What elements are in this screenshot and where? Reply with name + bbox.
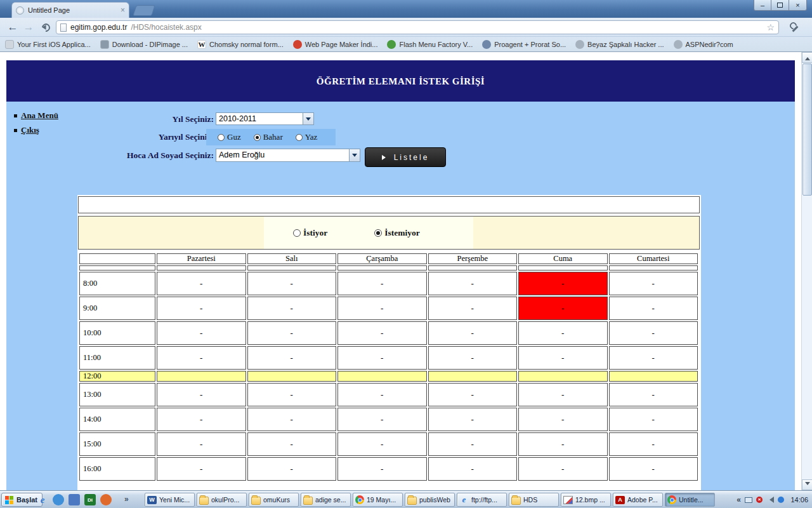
taskbar-window-button[interactable]: okulPro... [197, 493, 247, 507]
bookmark-item[interactable]: Beyaz Şapkalı Hacker ... [575, 40, 664, 49]
schedule-slot[interactable]: - [337, 272, 427, 295]
schedule-slot[interactable]: - [428, 297, 518, 320]
browser-tab[interactable]: Untitled Page × [11, 2, 129, 18]
schedule-slot[interactable] [609, 371, 698, 382]
schedule-slot[interactable]: - [157, 383, 246, 406]
quicklaunch-media-app-icon[interactable] [100, 494, 112, 505]
schedule-slot[interactable]: - [157, 408, 246, 431]
taskbar-window-button[interactable]: WYeni Mic... [145, 493, 195, 507]
tray-alert-icon[interactable]: × [756, 497, 763, 503]
schedule-slot[interactable]: - [337, 297, 427, 320]
schedule-slot[interactable]: - [518, 457, 608, 481]
schedule-slot[interactable]: - [609, 457, 698, 481]
bookmark-item[interactable]: Web Page Maker İndi... [293, 40, 378, 49]
schedule-slot[interactable] [337, 371, 427, 382]
schedule-slot[interactable] [157, 371, 246, 382]
schedule-slot[interactable]: - [609, 432, 698, 456]
schedule-slot[interactable]: - [337, 383, 427, 406]
taskbar-window-button[interactable]: eftp://ftp... [457, 493, 507, 507]
new-tab-button[interactable] [133, 5, 155, 16]
schedule-slot[interactable]: - [609, 321, 698, 345]
schedule-slot[interactable]: - [247, 432, 337, 456]
minimize-button[interactable]: – [754, 0, 771, 11]
schedule-slot[interactable] [518, 371, 608, 382]
year-select[interactable]: 2010-2011 [216, 112, 314, 125]
semester-option[interactable]: Guz [218, 132, 241, 142]
quicklaunch-overflow-icon[interactable]: » [124, 495, 129, 504]
schedule-slot[interactable]: - [247, 457, 337, 481]
schedule-slot[interactable]: - [428, 383, 518, 406]
schedule-slot[interactable]: - [428, 272, 518, 295]
schedule-slot[interactable]: - [337, 432, 427, 456]
bookmark-item[interactable]: Download - DIPimage ... [100, 40, 188, 49]
quicklaunch-globe-icon[interactable] [53, 494, 64, 505]
list-button[interactable]: Listele [365, 147, 446, 167]
schedule-slot[interactable]: - [247, 272, 337, 295]
sidebar-item[interactable]: Çıkış [14, 125, 81, 135]
schedule-slot[interactable]: - [337, 457, 427, 481]
quicklaunch-dipimage-icon[interactable]: Di [84, 494, 96, 505]
tray-display-icon[interactable] [745, 497, 752, 503]
schedule-slot[interactable]: - [609, 297, 698, 320]
schedule-slot[interactable]: - [609, 383, 698, 406]
taskbar-clock[interactable]: 14:06 [790, 491, 808, 508]
bookmark-item[interactable]: ASPNedir?com [674, 40, 733, 49]
bookmark-item[interactable]: WChomsky normal form... [197, 40, 284, 49]
taskbar-window-button[interactable]: HDS [509, 493, 559, 507]
forward-button[interactable]: → [21, 20, 36, 34]
back-button[interactable]: ← [5, 20, 20, 34]
schedule-slot[interactable]: - [157, 457, 246, 481]
taskbar-window-button[interactable]: omuKurs [249, 493, 299, 507]
schedule-slot[interactable]: - [157, 321, 246, 345]
schedule-slot[interactable]: - [428, 408, 518, 431]
schedule-slot[interactable]: - [428, 346, 518, 370]
schedule-slot[interactable]: - [428, 321, 518, 345]
wrench-menu-icon[interactable] [790, 23, 799, 32]
vertical-scrollbar[interactable] [801, 52, 812, 490]
close-button[interactable]: × [789, 0, 807, 11]
taskbar-window-button[interactable]: adige se... [301, 493, 351, 507]
schedule-slot[interactable]: - [157, 432, 246, 456]
schedule-slot[interactable]: - [518, 272, 608, 295]
bookmark-item[interactable]: Your First iOS Applica... [5, 40, 91, 49]
schedule-slot[interactable]: - [518, 346, 608, 370]
bookmark-star-icon[interactable]: ☆ [766, 22, 775, 32]
schedule-slot[interactable]: - [247, 408, 337, 431]
sidebar-item[interactable]: Ana Menü [14, 110, 81, 121]
preference-option[interactable]: İstemiyor [374, 228, 419, 238]
schedule-slot[interactable]: - [157, 272, 246, 295]
semester-option[interactable]: Yaz [296, 132, 318, 142]
taskbar-window-button[interactable]: 12.bmp ... [561, 493, 611, 507]
tab-close-icon[interactable]: × [121, 6, 125, 15]
quicklaunch-internet-explorer-icon[interactable]: e [37, 494, 48, 505]
schedule-slot[interactable]: - [247, 383, 337, 406]
chevron-down-icon[interactable] [303, 113, 313, 124]
schedule-slot[interactable]: - [518, 383, 608, 406]
address-bar[interactable]: egitim.gop.edu.tr /HDS/hocaistek.aspx ☆ [56, 20, 779, 34]
schedule-slot[interactable]: - [247, 346, 337, 370]
schedule-slot[interactable]: - [157, 297, 246, 320]
scroll-down-button[interactable] [802, 479, 812, 490]
reload-button[interactable] [38, 20, 53, 34]
schedule-slot[interactable]: - [518, 432, 608, 456]
preference-option[interactable]: İstiyor [293, 228, 327, 238]
schedule-slot[interactable]: - [609, 272, 698, 295]
schedule-slot[interactable]: - [518, 321, 608, 345]
schedule-slot[interactable]: - [428, 457, 518, 481]
schedule-slot[interactable]: - [337, 346, 427, 370]
schedule-slot[interactable]: - [609, 408, 698, 431]
taskbar-window-button[interactable]: 19 Mayı... [353, 493, 403, 507]
schedule-slot[interactable]: - [337, 408, 427, 431]
schedule-slot[interactable]: - [518, 408, 608, 431]
schedule-slot[interactable]: - [428, 432, 518, 456]
teacher-select[interactable]: Adem Eroğlu [216, 149, 360, 162]
bookmark-item[interactable]: Flash Menu Factory V... [387, 40, 473, 49]
scroll-up-button[interactable] [802, 52, 812, 63]
taskbar-window-button[interactable]: AAdobe P... [613, 493, 663, 507]
schedule-slot[interactable] [247, 371, 337, 382]
quicklaunch-desktop-icon[interactable] [69, 494, 80, 505]
schedule-slot[interactable] [428, 371, 518, 382]
tray-network-icon[interactable] [778, 497, 784, 503]
schedule-slot[interactable]: - [518, 297, 608, 320]
taskbar-window-button[interactable]: Untitle... [665, 493, 715, 507]
